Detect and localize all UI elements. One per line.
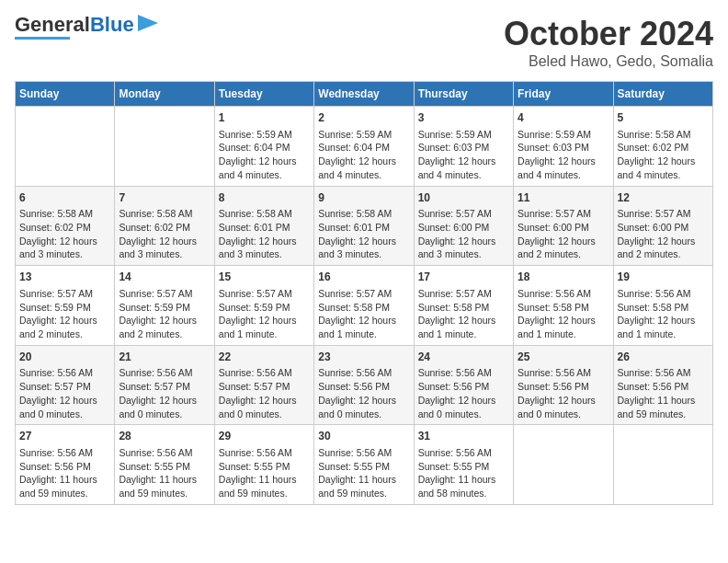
daylight-text: Daylight: 12 hours and 1 minute.: [219, 315, 297, 339]
daylight-text: Daylight: 12 hours and 0 minutes.: [119, 395, 197, 419]
sunset-text: Sunset: 5:56 PM: [518, 381, 589, 392]
daylight-text: Daylight: 11 hours and 58 minutes.: [418, 474, 496, 499]
calendar-cell: 24 Sunrise: 5:56 AM Sunset: 5:56 PM Dayl…: [414, 345, 513, 425]
header-row: Sunday Monday Tuesday Wednesday Thursday…: [16, 82, 713, 107]
day-number: 23: [318, 350, 409, 365]
calendar-cell: 30 Sunrise: 5:56 AM Sunset: 5:55 PM Dayl…: [314, 425, 414, 505]
col-thursday: Thursday: [414, 82, 513, 107]
location-title: Beled Hawo, Gedo, Somalia: [504, 53, 713, 70]
sunrise-text: Sunrise: 5:56 AM: [618, 367, 691, 378]
sunset-text: Sunset: 6:04 PM: [219, 142, 290, 153]
daylight-text: Daylight: 12 hours and 2 minutes.: [618, 236, 696, 260]
daylight-text: Daylight: 12 hours and 4 minutes.: [618, 155, 696, 180]
logo-arrow-icon: [138, 15, 158, 31]
calendar-cell: 13 Sunrise: 5:57 AM Sunset: 5:59 PM Dayl…: [16, 266, 115, 346]
sunset-text: Sunset: 5:55 PM: [119, 461, 190, 472]
sunrise-text: Sunrise: 5:58 AM: [219, 208, 292, 219]
calendar-cell: 3 Sunrise: 5:59 AM Sunset: 6:03 PM Dayli…: [414, 107, 513, 187]
day-number: 8: [219, 190, 310, 206]
day-number: 21: [119, 350, 210, 365]
calendar-cell: 23 Sunrise: 5:56 AM Sunset: 5:56 PM Dayl…: [314, 345, 414, 425]
sunrise-text: Sunrise: 5:59 AM: [219, 129, 292, 140]
calendar-cell: 6 Sunrise: 5:58 AM Sunset: 6:02 PM Dayli…: [16, 186, 115, 266]
title-section: October 2024 Beled Hawo, Gedo, Somalia: [504, 15, 713, 70]
sunrise-text: Sunrise: 5:57 AM: [318, 288, 392, 299]
calendar-cell: 21 Sunrise: 5:56 AM Sunset: 5:57 PM Dayl…: [115, 345, 214, 425]
day-number: 24: [418, 350, 509, 365]
calendar-cell: 18 Sunrise: 5:56 AM Sunset: 5:58 PM Dayl…: [514, 266, 613, 346]
sunset-text: Sunset: 5:58 PM: [418, 302, 490, 313]
calendar-cell: [514, 425, 613, 505]
calendar-cell: 17 Sunrise: 5:57 AM Sunset: 5:58 PM Dayl…: [414, 266, 513, 346]
day-number: 19: [618, 270, 709, 285]
calendar-cell: 28 Sunrise: 5:56 AM Sunset: 5:55 PM Dayl…: [115, 425, 214, 505]
calendar-cell: 7 Sunrise: 5:58 AM Sunset: 6:02 PM Dayli…: [115, 186, 214, 266]
sunrise-text: Sunrise: 5:56 AM: [318, 447, 392, 458]
sunrise-text: Sunrise: 5:56 AM: [19, 367, 93, 378]
calendar-week-row: 6 Sunrise: 5:58 AM Sunset: 6:02 PM Dayli…: [16, 186, 713, 266]
daylight-text: Daylight: 12 hours and 2 minutes.: [119, 315, 197, 339]
sunset-text: Sunset: 5:56 PM: [418, 381, 490, 392]
daylight-text: Daylight: 12 hours and 0 minutes.: [318, 395, 396, 419]
sunset-text: Sunset: 6:03 PM: [418, 142, 490, 153]
page-header: GeneralBlue October 2024 Beled Hawo, Ged…: [15, 15, 713, 70]
sunrise-text: Sunrise: 5:56 AM: [518, 367, 591, 378]
sunset-text: Sunset: 5:55 PM: [219, 461, 290, 472]
calendar-cell: 12 Sunrise: 5:57 AM Sunset: 6:00 PM Dayl…: [613, 186, 712, 266]
day-number: 15: [219, 270, 310, 285]
sunset-text: Sunset: 6:02 PM: [19, 222, 91, 233]
sunset-text: Sunset: 5:57 PM: [119, 381, 190, 392]
sunrise-text: Sunrise: 5:57 AM: [418, 288, 492, 299]
sunrise-text: Sunrise: 5:56 AM: [19, 447, 93, 458]
col-sunday: Sunday: [16, 82, 115, 107]
calendar-cell: 22 Sunrise: 5:56 AM Sunset: 5:57 PM Dayl…: [214, 345, 313, 425]
sunset-text: Sunset: 6:02 PM: [119, 222, 190, 233]
sunrise-text: Sunrise: 5:56 AM: [418, 367, 492, 378]
sunrise-text: Sunrise: 5:56 AM: [418, 447, 492, 458]
day-number: 28: [119, 429, 210, 444]
logo-text: GeneralBlue: [15, 15, 134, 35]
daylight-text: Daylight: 12 hours and 4 minutes.: [219, 155, 297, 180]
day-number: 11: [518, 190, 609, 206]
sunrise-text: Sunrise: 5:59 AM: [318, 129, 392, 140]
daylight-text: Daylight: 11 hours and 59 minutes.: [219, 474, 297, 499]
sunrise-text: Sunrise: 5:56 AM: [219, 367, 292, 378]
sunrise-text: Sunrise: 5:56 AM: [318, 367, 392, 378]
day-number: 13: [19, 270, 110, 285]
day-number: 29: [219, 429, 310, 444]
daylight-text: Daylight: 12 hours and 1 minute.: [618, 315, 696, 339]
calendar-week-row: 27 Sunrise: 5:56 AM Sunset: 5:56 PM Dayl…: [16, 425, 713, 505]
calendar-cell: 27 Sunrise: 5:56 AM Sunset: 5:56 PM Dayl…: [16, 425, 115, 505]
daylight-text: Daylight: 12 hours and 3 minutes.: [418, 236, 496, 260]
day-number: 10: [418, 190, 509, 206]
col-saturday: Saturday: [613, 82, 712, 107]
day-number: 3: [418, 110, 509, 126]
day-number: 5: [618, 110, 709, 126]
sunrise-text: Sunrise: 5:57 AM: [219, 288, 292, 299]
day-number: 16: [318, 270, 409, 285]
logo: GeneralBlue: [15, 15, 158, 40]
day-number: 27: [19, 429, 110, 444]
day-number: 12: [618, 190, 709, 206]
sunrise-text: Sunrise: 5:56 AM: [618, 288, 691, 299]
sunset-text: Sunset: 5:56 PM: [318, 381, 390, 392]
calendar-cell: 8 Sunrise: 5:58 AM Sunset: 6:01 PM Dayli…: [214, 186, 313, 266]
sunrise-text: Sunrise: 5:58 AM: [618, 129, 691, 140]
daylight-text: Daylight: 12 hours and 0 minutes.: [19, 395, 97, 419]
sunrise-text: Sunrise: 5:58 AM: [318, 208, 392, 219]
calendar-cell: 25 Sunrise: 5:56 AM Sunset: 5:56 PM Dayl…: [514, 345, 613, 425]
calendar-cell: 14 Sunrise: 5:57 AM Sunset: 5:59 PM Dayl…: [115, 266, 214, 346]
day-number: 22: [219, 350, 310, 365]
calendar-cell: 5 Sunrise: 5:58 AM Sunset: 6:02 PM Dayli…: [613, 107, 712, 187]
sunrise-text: Sunrise: 5:57 AM: [119, 288, 192, 299]
sunset-text: Sunset: 6:00 PM: [418, 222, 490, 233]
day-number: 31: [418, 429, 509, 444]
svg-marker-0: [138, 15, 158, 31]
daylight-text: Daylight: 12 hours and 0 minutes.: [219, 395, 297, 419]
daylight-text: Daylight: 12 hours and 0 minutes.: [518, 395, 596, 419]
day-number: 6: [19, 190, 110, 206]
daylight-text: Daylight: 11 hours and 59 minutes.: [618, 395, 696, 419]
sunset-text: Sunset: 5:58 PM: [518, 302, 589, 313]
calendar-week-row: 20 Sunrise: 5:56 AM Sunset: 5:57 PM Dayl…: [16, 345, 713, 425]
daylight-text: Daylight: 11 hours and 59 minutes.: [119, 474, 197, 499]
